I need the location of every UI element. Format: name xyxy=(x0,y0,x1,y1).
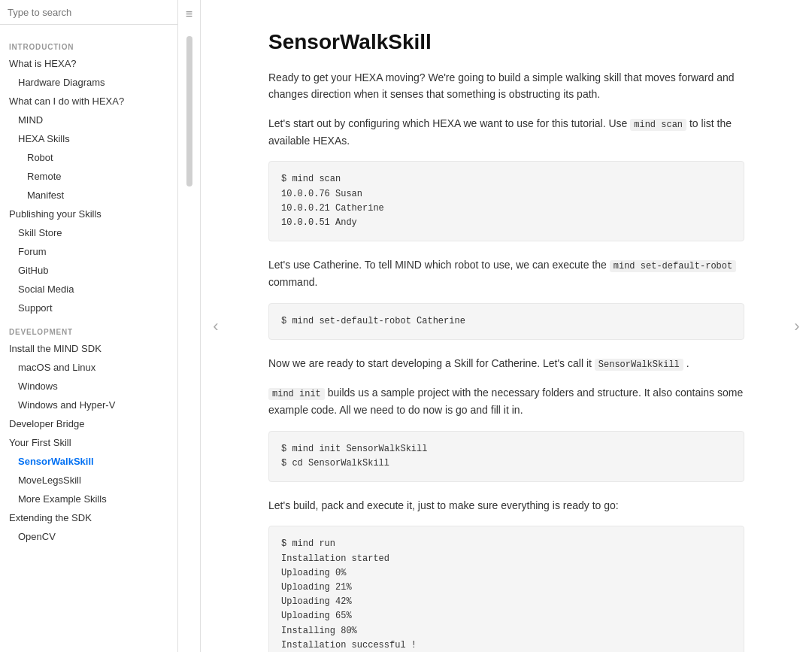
nav-item[interactable]: Your First Skill xyxy=(0,433,177,452)
sidebar: INTRODUCTIONWhat is HEXA?Hardware Diagra… xyxy=(0,0,178,652)
paragraph-3: Let's use Catherine. To tell MIND which … xyxy=(268,256,744,291)
nav-item[interactable]: Developer Bridge xyxy=(0,414,177,433)
nav-item[interactable]: Support xyxy=(0,299,177,317)
nav-item[interactable]: Windows and Hyper-V xyxy=(0,396,177,414)
nav-item[interactable]: OpenCV xyxy=(0,527,177,546)
nav-menu: INTRODUCTIONWhat is HEXA?Hardware Diagra… xyxy=(0,25,177,652)
nav-item[interactable]: Hardware Diagrams xyxy=(0,73,177,92)
nav-item[interactable]: More Example Skills xyxy=(0,490,177,508)
nav-item[interactable]: Social Media xyxy=(0,280,177,299)
inline-code-mindinit: mind init xyxy=(268,388,325,400)
nav-item[interactable]: Install the MIND SDK xyxy=(0,339,177,358)
nav-item[interactable]: What can I do with HEXA? xyxy=(0,92,177,111)
code-block-2: $ mind set-default-robot Catherine xyxy=(268,303,744,340)
nav-item[interactable]: Windows xyxy=(0,377,177,396)
nav-item[interactable]: SensorWalkSkill xyxy=(0,452,177,471)
search-input[interactable] xyxy=(8,7,170,18)
nav-item[interactable]: Skill Store xyxy=(0,223,177,242)
inline-code-skillname: SensorWalkSkill xyxy=(595,359,683,371)
nav-item[interactable]: Remote xyxy=(0,167,177,186)
inline-code-setrobot: mind set-default-robot xyxy=(610,260,736,272)
paragraph-4: Now we are ready to start developing a S… xyxy=(268,355,744,372)
code-block-4: $ mind run Installation started Uploadin… xyxy=(268,526,744,652)
search-area[interactable] xyxy=(0,0,177,25)
nav-item[interactable]: Manifest xyxy=(0,186,177,205)
paragraph-2: Let's start out by configuring which HEX… xyxy=(268,115,744,150)
nav-item[interactable]: GitHub xyxy=(0,261,177,280)
nav-item[interactable]: Forum xyxy=(0,242,177,261)
nav-item[interactable]: Robot xyxy=(0,148,177,167)
nav-item[interactable]: HEXA Skills xyxy=(0,129,177,148)
nav-section-label: INTRODUCTION xyxy=(0,32,177,54)
main-content: SensorWalkSkill Ready to get your HEXA m… xyxy=(231,0,782,652)
inline-code-mindscan: mind scan xyxy=(630,119,686,131)
prev-nav-button[interactable]: ‹ xyxy=(201,0,231,652)
nav-item[interactable]: macOS and Linux xyxy=(0,358,177,377)
code-block-3: $ mind init SensorWalkSkill $ cd SensorW… xyxy=(268,431,744,482)
paragraph-5: mind init builds us a sample project wit… xyxy=(268,384,744,419)
next-nav-button[interactable]: › xyxy=(782,0,812,652)
nav-item[interactable]: Publishing your Skills xyxy=(0,205,177,223)
paragraph-1: Ready to get your HEXA moving? We're goi… xyxy=(268,69,744,103)
prose-body: Ready to get your HEXA moving? We're goi… xyxy=(268,69,744,652)
code-block-1: $ mind scan 10.0.0.76 Susan 10.0.0.21 Ca… xyxy=(268,161,744,241)
paragraph-6: Let's build, pack and execute it, just t… xyxy=(268,497,744,514)
nav-item[interactable]: Extending the SDK xyxy=(0,508,177,527)
nav-section-label: DEVELOPMENT xyxy=(0,317,177,339)
nav-item[interactable]: MIND xyxy=(0,111,177,129)
nav-item[interactable]: MoveLegsSkill xyxy=(0,471,177,490)
page-title: SensorWalkSkill xyxy=(268,30,744,54)
main-content-wrapper: ‹ SensorWalkSkill Ready to get your HEXA… xyxy=(201,0,812,652)
nav-item[interactable]: What is HEXA? xyxy=(0,54,177,73)
hamburger-icon[interactable]: ≡ xyxy=(186,8,192,21)
